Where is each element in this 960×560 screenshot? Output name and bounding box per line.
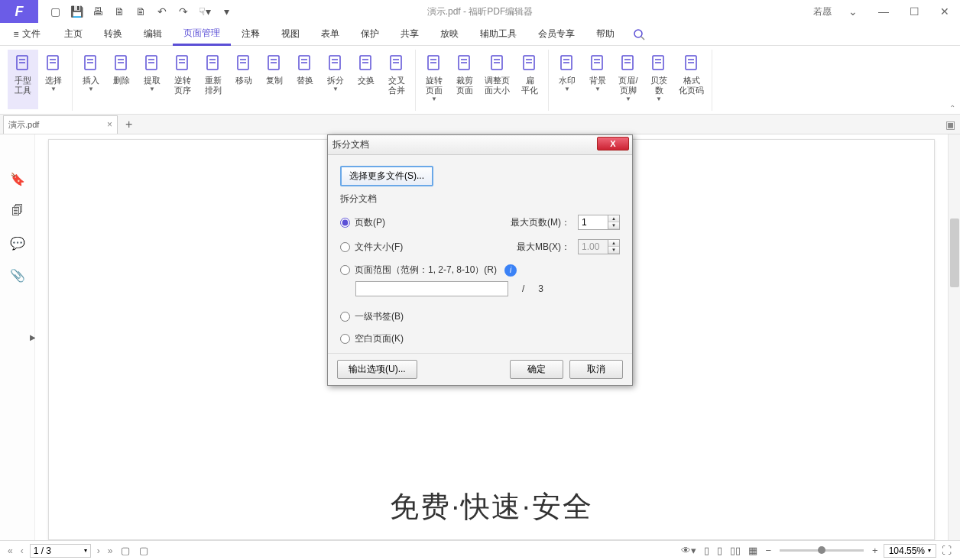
dialog-titlebar[interactable]: 拆分文档 X — [328, 135, 632, 155]
close-button[interactable]: ✕ — [929, 0, 960, 23]
ribbon-背景[interactable]: 背景▼ — [582, 50, 613, 109]
ribbon-插入[interactable]: 插入▼ — [76, 50, 106, 109]
ribbon-重新排列[interactable]: 重新 排列 — [198, 50, 229, 109]
doc-tab[interactable]: 演示.pdf × — [3, 115, 118, 134]
spin-up-icon[interactable]: ▲ — [608, 215, 619, 222]
ribbon-删除[interactable]: 删除 — [106, 50, 137, 109]
menu-protect[interactable]: 保护 — [350, 23, 390, 46]
dialog-close-button[interactable]: X — [597, 137, 629, 151]
ribbon-扁平化[interactable]: 扁 平化 — [514, 50, 545, 109]
zoom-value[interactable]: 104.55%▾ — [884, 544, 936, 558]
ribbon-水印[interactable]: 水印▼ — [552, 50, 582, 109]
radio-size[interactable] — [340, 242, 350, 252]
ribbon-逆转页序[interactable]: 逆转 页序 — [167, 50, 198, 109]
ribbon-移动[interactable]: 移动 — [229, 50, 259, 109]
menu-present[interactable]: 放映 — [430, 23, 469, 46]
radio-blank[interactable] — [340, 334, 350, 344]
layout1-icon[interactable]: ▯ — [702, 545, 712, 556]
first-page-icon[interactable]: « — [6, 545, 15, 556]
spin-down-icon[interactable]: ▼ — [608, 222, 619, 229]
hand-dd-icon[interactable]: ☟▾ — [196, 2, 214, 21]
menu-edit[interactable]: 编辑 — [133, 23, 173, 46]
ribbon-替换[interactable]: 替换 — [290, 50, 320, 109]
ribbon-格式化页[interactable]: 格式 化页码 — [674, 50, 709, 109]
undo-icon[interactable]: ↶ — [153, 2, 171, 21]
sb-icon1[interactable]: ▢ — [118, 545, 132, 556]
vertical-scrollbar[interactable] — [948, 134, 960, 540]
menu-home[interactable]: 主页 — [54, 23, 93, 46]
prev-page-icon[interactable]: ‹ — [19, 545, 25, 556]
ribbon-手型工具[interactable]: 手型 工具 — [8, 50, 38, 109]
zoom-slider[interactable] — [780, 549, 864, 552]
ribbon-贝茨数[interactable]: 贝茨 数▼ — [644, 50, 674, 109]
ribbon-复制[interactable]: 复制 — [259, 50, 290, 109]
print-icon[interactable]: 🖶 — [89, 2, 107, 21]
open-icon[interactable]: ▢ — [46, 2, 64, 21]
menu-vip[interactable]: 会员专享 — [527, 23, 585, 46]
page-dd-icon[interactable]: ▾ — [84, 547, 87, 554]
cancel-button[interactable]: 取消 — [569, 360, 623, 379]
ribbon-旋转页面[interactable]: 旋转 页面▼ — [419, 50, 449, 109]
menu-share[interactable]: 共享 — [390, 23, 430, 46]
menu-annotate[interactable]: 注释 — [231, 23, 271, 46]
layout2-icon[interactable]: ▯ — [715, 545, 725, 556]
max-pages-input[interactable] — [578, 215, 608, 230]
spin-down-icon[interactable]: ▼ — [608, 247, 619, 254]
minimize-button[interactable]: — — [868, 0, 899, 23]
max-mb-spinner[interactable]: ▲▼ — [578, 239, 620, 254]
collapse-ribbon-icon[interactable]: ⌃ — [949, 104, 955, 112]
output-options-button[interactable]: 输出选项(U)... — [337, 360, 417, 379]
layout3-icon[interactable]: ▯▯ — [728, 545, 743, 556]
menu-tools[interactable]: 辅助工具 — [469, 23, 527, 46]
search-icon[interactable] — [633, 28, 645, 40]
comments-icon[interactable]: 💬 — [8, 234, 27, 252]
fullscreen-icon[interactable]: ⛶ — [939, 545, 954, 556]
qt-dd-icon[interactable]: ▾ — [217, 2, 235, 21]
ribbon-拆分[interactable]: 拆分▼ — [320, 50, 351, 109]
ribbon-交换[interactable]: 交换 — [351, 50, 381, 109]
add-tab-button[interactable]: + — [125, 118, 132, 131]
redo-icon[interactable]: ↷ — [174, 2, 193, 21]
doc2-icon[interactable]: 🗎 — [131, 2, 150, 21]
user-name[interactable]: 若愿 — [813, 5, 832, 18]
info-icon[interactable]: i — [504, 264, 517, 277]
next-page-icon[interactable]: › — [96, 545, 102, 556]
ribbon-提取[interactable]: 提取▼ — [137, 50, 167, 109]
ribbon-交叉合并[interactable]: 交叉 合并 — [381, 50, 412, 109]
user-dd-icon[interactable]: ⌄ — [838, 0, 868, 23]
ok-button[interactable]: 确定 — [510, 360, 563, 379]
radio-bookmark[interactable] — [340, 312, 350, 322]
menu-convert[interactable]: 转换 — [93, 23, 133, 46]
pages-icon[interactable]: 🗐 — [8, 202, 27, 220]
select-more-files-button[interactable]: 选择更多文件(S)... — [340, 166, 433, 186]
doc-icon[interactable]: 🗎 — [110, 2, 128, 21]
attachment-icon[interactable]: 📎 — [8, 266, 27, 284]
ribbon-选择[interactable]: 选择▼ — [38, 50, 69, 109]
ribbon-调整页面[interactable]: 调整页 面大小 — [480, 50, 514, 109]
bookmark-icon[interactable]: 🔖 — [8, 170, 27, 188]
range-input[interactable] — [355, 281, 508, 296]
last-page-icon[interactable]: » — [106, 545, 115, 556]
spin-up-icon[interactable]: ▲ — [608, 240, 619, 247]
scroll-thumb[interactable] — [950, 218, 959, 287]
layout4-icon[interactable]: ▦ — [746, 545, 760, 556]
menu-help[interactable]: 帮助 — [585, 23, 625, 46]
max-pages-spinner[interactable]: ▲▼ — [578, 215, 620, 230]
radio-range[interactable] — [340, 265, 350, 275]
menu-view[interactable]: 视图 — [271, 23, 310, 46]
radio-pages[interactable] — [340, 218, 350, 228]
menu-form[interactable]: 表单 — [310, 23, 350, 46]
page-indicator[interactable]: 1 / 3▾ — [30, 544, 91, 558]
zoom-in-icon[interactable]: + — [870, 545, 881, 556]
zoom-slider-thumb[interactable] — [818, 546, 825, 554]
ribbon-裁剪页面[interactable]: 裁剪 页面 — [449, 50, 480, 109]
menu-page-manage[interactable]: 页面管理 — [173, 23, 231, 46]
sb-icon2[interactable]: ▢ — [137, 545, 151, 556]
visibility-icon[interactable]: 👁▾ — [679, 545, 699, 556]
panel-toggle-icon[interactable]: ▣ — [945, 118, 955, 131]
maximize-button[interactable]: ☐ — [899, 0, 929, 23]
save-icon[interactable]: 💾 — [67, 2, 86, 21]
doc-tab-close-icon[interactable]: × — [107, 119, 112, 130]
zoom-out-icon[interactable]: − — [763, 545, 774, 556]
file-menu[interactable]: ≡ 文件 — [0, 23, 54, 46]
